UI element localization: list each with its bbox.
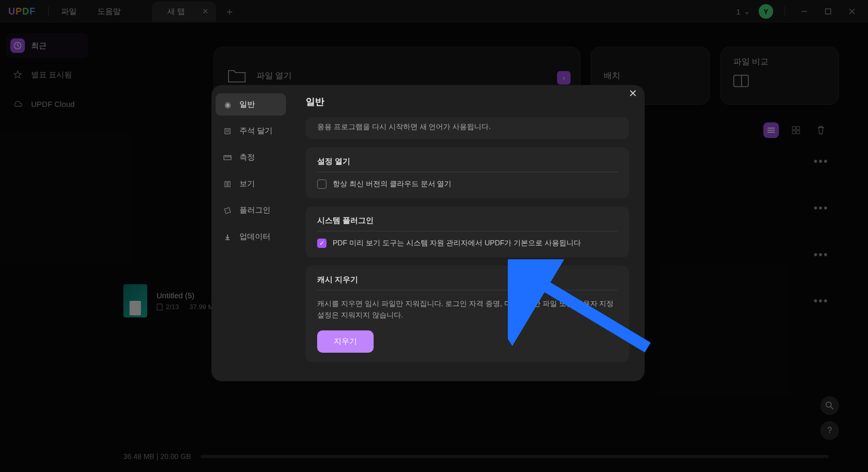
checkbox-default-pdf[interactable]: ✓ PDF 미리 보기 도구는 시스템 자원 관리자에서 UPDF가 기본으로 … <box>317 239 618 248</box>
panel-heading: 설정 열기 <box>317 157 618 172</box>
modal-nav-annotate[interactable]: 주석 달기 <box>216 120 286 142</box>
modal-nav-label: 주석 달기 <box>239 126 273 136</box>
puzzle-icon <box>223 206 232 215</box>
svg-rect-25 <box>225 182 227 187</box>
gear-icon: ◉ <box>223 100 232 109</box>
modal-nav-label: 일반 <box>239 100 255 109</box>
svg-rect-17 <box>225 129 230 134</box>
panel-clear-cache: 캐시 지우기 캐시를 지우면 임시 파일만 지워집니다. 로그인 자격 증명, … <box>306 266 629 362</box>
panel-system-plugin: 시스템 플러그인 ✓ PDF 미리 보기 도구는 시스템 자원 관리자에서 UP… <box>306 206 629 257</box>
panel-heading: 캐시 지우기 <box>317 275 618 290</box>
note-icon <box>223 128 232 135</box>
modal-nav-label: 측정 <box>239 152 255 162</box>
checkbox-icon <box>317 179 326 189</box>
modal-nav-label: 보기 <box>239 179 255 189</box>
modal-nav-view[interactable]: 보기 <box>216 173 286 195</box>
modal-nav-label: 업데이터 <box>239 232 271 242</box>
checkbox-cloud-latest[interactable]: 항상 최신 버전의 클라우드 문서 열기 <box>317 179 618 189</box>
modal-nav: ◉ 일반 주석 달기 측정 보기 플러그인 <box>211 85 290 381</box>
modal-nav-measure[interactable]: 측정 <box>216 146 286 169</box>
ruler-icon <box>223 155 232 160</box>
panel-heading: 시스템 플러그인 <box>317 216 618 231</box>
checkbox-icon: ✓ <box>317 239 326 248</box>
panel-language: 응용 프로그램을 다시 시작하면 새 언어가 사용됩니다. <box>306 117 629 139</box>
checkbox-label: PDF 미리 보기 도구는 시스템 자원 관리자에서 UPDF가 기본으로 사용… <box>333 239 581 248</box>
modal-nav-plugin[interactable]: 플러그인 <box>216 199 286 221</box>
modal-nav-general[interactable]: ◉ 일반 <box>216 93 286 116</box>
modal-nav-label: 플러그인 <box>239 205 271 215</box>
download-icon <box>223 233 232 241</box>
checkbox-label: 항상 최신 버전의 클라우드 문서 열기 <box>333 179 451 189</box>
close-icon[interactable]: ✕ <box>627 85 639 102</box>
svg-rect-26 <box>228 182 230 187</box>
modal-title: 일반 <box>306 95 629 108</box>
modal-body: 일반 ✕ 응용 프로그램을 다시 시작하면 새 언어가 사용됩니다. 설정 열기… <box>290 85 645 381</box>
settings-modal: ◉ 일반 주석 달기 측정 보기 플러그인 <box>211 85 645 381</box>
cache-description: 캐시를 지우면 임시 파일만 지워집니다. 로그인 자격 증명, 다운로드한 파… <box>317 298 618 321</box>
view-icon <box>223 181 232 188</box>
panel-open-settings: 설정 열기 항상 최신 버전의 클라우드 문서 열기 <box>306 147 629 198</box>
language-note: 응용 프로그램을 다시 시작하면 새 언어가 사용됩니다. <box>317 122 618 132</box>
modal-nav-updater[interactable]: 업데이터 <box>216 226 286 248</box>
clear-cache-button[interactable]: 지우기 <box>317 330 374 353</box>
